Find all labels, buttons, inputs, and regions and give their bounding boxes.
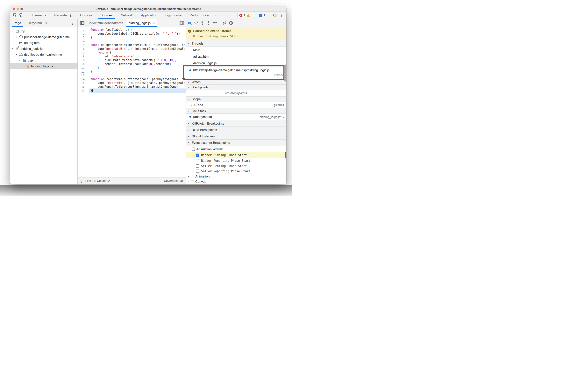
event-bidder-reporting-phase-start[interactable]: Bidder Reporting Phase Start [186,158,286,163]
code-line[interactable]: 10 render: interestGroup.ads[0].renderUr… [78,62,186,66]
code-line[interactable]: 1function log(label, o) { [78,28,186,32]
thread-paused[interactable]: https://dsp-fledge-demo.glitch.me/dsp/bi… [186,66,286,80]
line-number[interactable]: 2 [78,32,89,36]
tab-page[interactable]: Page [12,19,23,27]
line-number[interactable]: 12 [78,70,89,74]
expander-icon[interactable]: ▾ [11,30,14,32]
main-menu-kebab-icon[interactable]: ⋮ [279,14,284,17]
tab-application[interactable]: Application [139,12,159,19]
tab-elements[interactable]: Elements [30,12,48,19]
tab-recorder[interactable]: Recorder [52,12,74,19]
line-number[interactable]: 7 [78,51,89,55]
navigator-kebab-icon[interactable]: ⋮ [70,21,75,25]
editor-tab-bidding-logic[interactable]: bidding_logic.js × [126,19,157,27]
settings-gear-icon[interactable]: ⚙ [273,13,277,18]
step-over-icon[interactable] [193,20,199,26]
editor-tab-index-html[interactable]: index.html?fencedframe [86,19,126,27]
step-out-icon[interactable] [206,20,211,26]
more-navigator-tabs-icon[interactable]: » [45,21,47,25]
code-line[interactable]: 11 } [78,66,186,70]
section-scope[interactable]: ▾ Scope [186,96,286,102]
expander-icon[interactable]: ▾ [15,53,18,56]
line-number[interactable]: 17 [78,89,89,93]
frame-location[interactable]: bidding_logic.js:17 [259,115,284,119]
show-next-pane-icon[interactable] [179,21,184,25]
section-xhr-breakpoints[interactable]: ▸ XHR/fetch Breakpoints [186,120,286,127]
code-line[interactable]: 8 ad: "ad-metadata", [78,55,186,58]
tab-network[interactable]: Network [119,12,135,19]
device-toolbar-icon[interactable] [18,13,23,18]
tree-item-publisher-domain[interactable]: ▸ publisher-fledge-demo.glitch.me [10,34,77,40]
section-dom-breakpoints[interactable]: ▸ DOM Breakpoints [186,126,286,133]
code-line[interactable]: 5function generateBid(interestGroup, auc… [78,43,186,47]
line-number[interactable]: 11 [78,66,89,70]
tree-item-bidding-logic-file[interactable]: bidding_logic.js [10,63,77,69]
tree-item-ad-tag[interactable]: ▸ ad-tag.html [10,40,77,46]
line-number[interactable]: 4 [78,40,89,44]
line-number[interactable]: 13 [78,74,89,78]
section-call-stack[interactable]: ▾ Call Stack [186,108,286,114]
line-number[interactable]: 15 [78,81,89,85]
hide-navigator-icon[interactable] [80,21,85,25]
close-tab-icon[interactable]: × [152,21,155,25]
resume-script-icon[interactable] [187,20,193,26]
section-watch[interactable]: ▸ Watch [186,79,286,85]
minimize-window-button[interactable] [16,8,19,10]
expander-icon[interactable]: ▾ [11,48,14,50]
event-seller-scoring-phase-start[interactable]: Seller Scoring Phase Start [186,163,286,168]
issues-badge[interactable]: 1 [257,13,267,18]
line-number[interactable]: 14 [78,78,89,81]
expander-icon[interactable]: ▸ [15,42,18,44]
step-icon[interactable] [212,20,218,26]
tab-console[interactable]: Console [78,12,94,19]
zoom-window-button[interactable] [20,8,23,10]
thread-decision-logic[interactable]: decision_logic.js [186,60,286,66]
code-line[interactable]: 6 log("generateBid", { interestGroup, au… [78,47,186,51]
code-line[interactable]: 7 return { [78,51,186,55]
section-global-listeners[interactable]: ▸ Global Listeners [186,133,286,140]
line-number[interactable]: 5 [78,43,89,47]
canvas-checkbox[interactable] [191,180,194,183]
code-line[interactable]: 9 bid: Math.floor(Math.random() * 100, 1… [78,58,186,62]
code-line[interactable]: 12} [78,70,186,74]
step-into-icon[interactable] [199,20,205,26]
code-line[interactable]: 14function reportWin(auctionSignals, per… [78,78,186,81]
more-tabs-icon[interactable]: » [214,14,216,17]
deactivate-breakpoints-icon[interactable] [222,20,228,26]
scrollbar-thumb[interactable] [284,64,286,82]
code-line[interactable]: 4 [78,40,186,44]
event-seller-reporting-phase-start[interactable]: Seller Reporting Phase Start [186,168,286,174]
line-number[interactable]: 1 [78,28,89,32]
category-canvas[interactable]: ▸ Canvas [186,179,286,184]
thread-main[interactable]: Main [186,47,286,53]
section-event-listener-breakpoints[interactable]: ▾ Event Listener Breakpoints [186,139,286,146]
category-ad-auction-worklet[interactable]: ▾ Ad Auction Worklet [186,146,286,152]
tree-item-dsp-domain[interactable]: ▾ dsp-fledge-demo.glitch.me [10,52,77,58]
tab-sources[interactable]: Sources [98,12,115,19]
ad-auction-worklet-checkbox[interactable] [192,148,195,151]
code-line[interactable]: 15 log("reportWin", { auctionSignals, pe… [78,81,186,85]
code-line[interactable]: 13 [78,74,186,78]
code-line[interactable]: 16 sendReportTo(browserSignals.interestG… [78,85,186,89]
errors-warnings-badge[interactable]: ✕ 1 ! 1 [237,13,255,18]
tree-item-dsp-folder[interactable]: ▾ dsp [10,58,77,63]
category-animation[interactable]: ▸ Animation [186,174,286,179]
line-number[interactable]: 10 [78,62,89,66]
line-number[interactable]: 9 [78,58,89,62]
expander-icon[interactable]: ▾ [18,59,21,62]
event-bidder-bidding-phase-start[interactable]: Bidder Bidding Phase Start [186,152,286,158]
section-threads[interactable]: ▾ Threads [186,40,286,47]
code-editor[interactable]: 1function log(label, o) { 2 console.log(… [78,27,186,178]
chevron-right-icon[interactable]: ▸ [190,104,193,106]
code-line[interactable]: 2 console.log(label, JSON.stringify(o, "… [78,32,186,36]
tree-item-worker-bidding-logic[interactable]: ▾ ⚙⚙ bidding_logic.js [10,46,77,52]
animation-checkbox[interactable] [191,175,194,178]
pretty-print-icon[interactable]: {} [80,179,82,182]
seller-reporting-checkbox[interactable] [196,170,199,173]
pause-on-exceptions-icon[interactable] [228,20,234,26]
tab-performance[interactable]: Performance [187,12,211,19]
bidder-bidding-checkbox[interactable] [196,154,199,157]
close-window-button[interactable] [13,8,15,10]
call-stack-frame[interactable]: (anonymous) bidding_logic.js:17 [186,114,286,120]
bidder-reporting-checkbox[interactable] [196,159,199,162]
